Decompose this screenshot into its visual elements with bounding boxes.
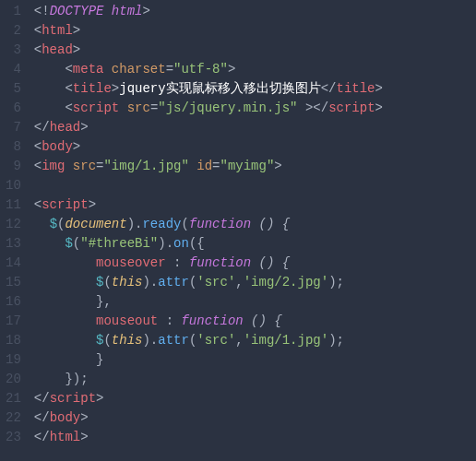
token: > [80,120,88,135]
token: "utf-8" [173,62,228,77]
line-number: 21 [6,389,21,408]
token: src [127,100,150,115]
token: > [112,81,119,96]
code-line[interactable]: <img src="img/1.jpg" id="myimg"> [34,157,476,176]
token: body [50,410,81,425]
token: html [42,23,73,38]
token: script [50,391,96,406]
token: > [375,100,383,115]
code-line[interactable]: <html> [34,21,476,41]
token [103,62,111,77]
token: </ [321,81,337,96]
token [34,255,96,270]
code-line[interactable]: <meta charset="utf-8"> [34,60,476,79]
token [119,100,126,115]
token: > [375,81,383,96]
token: > [142,4,149,18]
token: = [166,62,173,77]
token: "js/jquery.min.js" [158,100,297,115]
token: attr [158,275,189,290]
token: "#threeBi" [80,236,158,251]
line-number: 10 [6,176,21,195]
token: < [34,62,73,77]
token: ( [181,217,188,231]
line-number: 1 [6,2,21,21]
token: script [42,197,88,212]
token: </ [34,410,50,425]
token: > [274,159,281,173]
code-line[interactable]: $(this).attr('src','img/1.jpg'); [34,331,476,350]
token: html [50,430,81,444]
token: "img/1.jpg" [103,159,188,173]
token: $ [65,236,72,251]
code-area[interactable]: <!DOCTYPE html><html><head> <meta charse… [30,0,476,461]
token: on [173,236,189,251]
token: document [65,217,126,231]
token: ). [127,217,143,231]
token: 'src' [196,333,235,348]
token: script [328,100,375,115]
code-line[interactable]: $("#threeBi").on({ [34,234,476,254]
token: < [34,159,42,173]
token: </ [34,120,50,135]
token: > [73,139,80,154]
code-line[interactable]: <script> [34,195,476,215]
code-line[interactable]: <body> [34,137,476,157]
token: > [89,197,96,212]
code-line[interactable] [34,176,476,195]
token: function [181,313,243,328]
token: > [228,62,235,77]
line-number: 19 [6,350,21,370]
token: 'img/1.jpg' [244,333,328,348]
token: meta [73,62,104,77]
code-line[interactable]: $(this).attr('src','img/2.jpg'); [34,273,476,292]
line-number: 23 [6,428,21,447]
token: </ [34,430,50,444]
token: mouseover [96,255,166,270]
token [34,333,96,348]
token: body [42,139,73,154]
token: , [235,333,243,348]
token: ( [73,236,80,251]
line-number: 16 [6,292,21,312]
token: <! [34,4,50,18]
token: }, [34,294,112,309]
token: } [34,352,104,367]
token: head [42,42,73,57]
code-line[interactable]: <head> [34,41,476,60]
token: > [96,391,103,406]
code-line[interactable]: <script src="js/jquery.min.js" ></script… [34,99,476,118]
code-line[interactable]: <!DOCTYPE html> [34,2,476,21]
token [34,313,96,328]
token [34,275,96,290]
token: > [73,23,80,38]
token: < [34,197,42,212]
code-line[interactable]: }); [34,370,476,389]
token: </ [34,391,50,406]
code-line[interactable]: $(document).ready(function () { [34,215,476,234]
code-line[interactable]: mouseout : function () { [34,312,476,331]
line-number: 3 [6,41,21,60]
token: 'img/2.jpg' [244,275,328,290]
token [34,217,50,231]
code-line[interactable]: </body> [34,408,476,428]
code-line[interactable]: mouseover : function () { [34,254,476,273]
line-number: 14 [6,254,21,273]
token: ). [142,333,158,348]
token: mouseout [96,313,158,328]
code-line[interactable]: }, [34,292,476,312]
code-line[interactable]: </html> [34,428,476,447]
token: : [158,313,181,328]
token: < [34,23,42,38]
code-line[interactable]: </head> [34,118,476,137]
token: ( [103,333,111,348]
token [65,159,72,173]
code-line[interactable]: <title>jquery实现鼠标移入移出切换图片</title> [34,79,476,99]
code-line[interactable]: </script> [34,389,476,408]
token: src [73,159,96,173]
code-editor[interactable]: 1234567891011121314151617181920212223 <!… [0,0,476,461]
line-number: 20 [6,370,21,389]
code-line[interactable]: } [34,350,476,370]
token [34,236,65,251]
line-number: 7 [6,118,21,137]
